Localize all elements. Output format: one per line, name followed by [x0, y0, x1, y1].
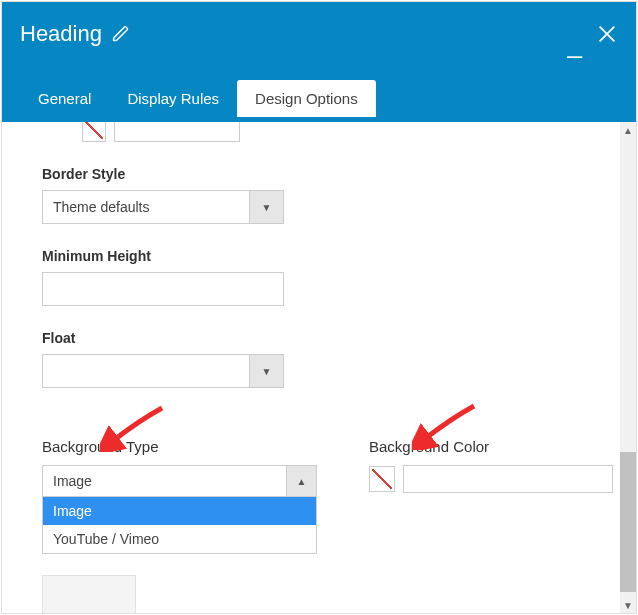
title-text: Heading — [20, 21, 102, 47]
min-height-input[interactable] — [42, 272, 284, 306]
partial-color-input[interactable] — [114, 122, 240, 142]
field-border-style: Border Style Theme defaults ▼ — [42, 166, 580, 224]
dialog-panel: Heading _ General Display Rules Desig — [1, 1, 637, 614]
add-image-tile[interactable]: + — [42, 575, 136, 613]
dialog-header: Heading _ General Display Rules Desig — [2, 2, 636, 122]
float-label: Float — [42, 330, 580, 346]
field-bg-type: Background Type Image ▲ Image YouTube / … — [42, 438, 317, 613]
tab-design-options[interactable]: Design Options — [237, 80, 376, 117]
scroll-down-icon[interactable]: ▼ — [620, 597, 636, 613]
minimize-button[interactable]: _ — [568, 39, 582, 49]
bg-type-value[interactable]: Image — [43, 466, 286, 496]
bg-row: Background Type Image ▲ Image YouTube / … — [42, 438, 580, 613]
close-button[interactable] — [596, 23, 618, 45]
tab-display-rules[interactable]: Display Rules — [109, 80, 237, 117]
color-swatch-none-icon[interactable] — [82, 122, 106, 142]
bg-color-input[interactable] — [403, 465, 613, 493]
window-controls: _ — [568, 23, 618, 45]
plus-icon: + — [81, 607, 96, 614]
tab-general[interactable]: General — [20, 80, 109, 117]
title-row: Heading _ — [20, 14, 618, 54]
chevron-down-icon[interactable]: ▼ — [250, 354, 284, 388]
field-float: Float ▼ — [42, 330, 580, 388]
float-value[interactable] — [42, 354, 250, 388]
bg-type-option-image[interactable]: Image — [43, 497, 316, 525]
bg-color-label: Background Color — [369, 438, 613, 455]
min-height-label: Minimum Height — [42, 248, 580, 264]
field-min-height: Minimum Height — [42, 248, 580, 306]
border-style-combo[interactable]: Theme defaults ▼ — [42, 190, 284, 224]
chevron-down-icon[interactable]: ▼ — [250, 190, 284, 224]
dialog-title: Heading — [20, 21, 130, 47]
bg-type-head[interactable]: Image ▲ — [42, 465, 317, 497]
chevron-up-icon[interactable]: ▲ — [286, 466, 316, 496]
bg-type-dropdown: Image YouTube / Vimeo — [42, 497, 317, 554]
content-wrap: Border Style Theme defaults ▼ Minimum He… — [2, 122, 636, 613]
float-combo[interactable]: ▼ — [42, 354, 284, 388]
scroll-up-icon[interactable]: ▲ — [620, 122, 636, 138]
bg-type-combo[interactable]: Image ▲ Image YouTube / Vimeo — [42, 465, 317, 497]
border-style-value[interactable]: Theme defaults — [42, 190, 250, 224]
bg-type-option-youtube[interactable]: YouTube / Vimeo — [43, 525, 316, 553]
field-bg-color: Background Color — [369, 438, 613, 613]
color-swatch-none-icon[interactable] — [369, 466, 395, 492]
content-area: Border Style Theme defaults ▼ Minimum He… — [2, 122, 620, 613]
tab-bar: General Display Rules Design Options — [20, 80, 618, 117]
scroll-thumb[interactable] — [620, 452, 636, 592]
partial-color-row — [82, 122, 580, 142]
vertical-scrollbar[interactable]: ▲ ▼ — [620, 122, 636, 613]
border-style-label: Border Style — [42, 166, 580, 182]
bg-type-label: Background Type — [42, 438, 317, 455]
bg-color-row — [369, 465, 613, 493]
pencil-icon[interactable] — [112, 25, 130, 43]
